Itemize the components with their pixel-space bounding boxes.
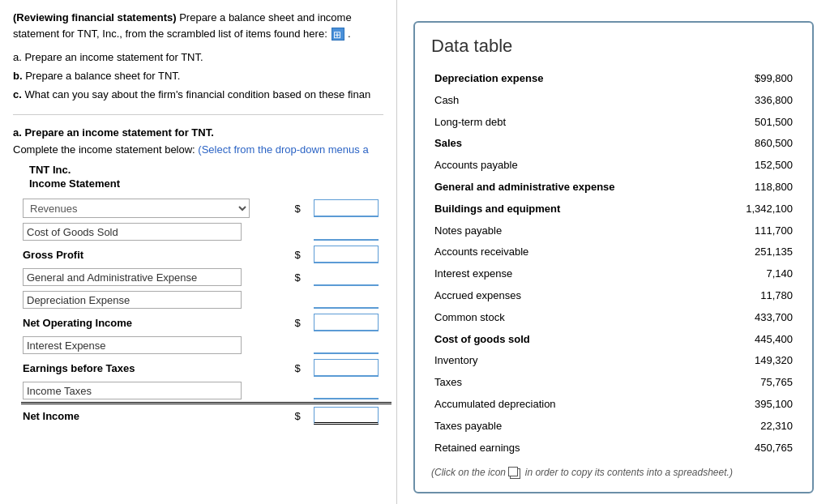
data-item-value: 450,765 — [715, 438, 796, 459]
ebt-input[interactable] — [314, 359, 379, 377]
data-table-row: Retained earnings450,765 — [431, 438, 796, 459]
ebt-label: Earnings before Taxes — [23, 362, 135, 374]
data-table-row: Accrued expenses11,780 — [431, 285, 796, 307]
net-income-input-cell — [312, 404, 391, 428]
data-item-value: 11,780 — [715, 285, 796, 307]
revenues-input-cell — [312, 196, 391, 220]
depreciation-dollar-empty — [293, 288, 312, 311]
main-container: (Reviewing financial statements) Prepare… — [0, 0, 830, 504]
instruction-text: Complete the income statement below: (Se… — [13, 143, 383, 156]
data-item-name: Cost of goods sold — [431, 329, 715, 351]
data-item-value: 501,500 — [715, 112, 796, 134]
net-operating-income-row: Net Operating Income $ — [21, 311, 391, 334]
data-table-row: Inventory149,320 — [431, 350, 796, 372]
data-item-value: 395,100 — [715, 394, 796, 416]
net-income-dollar: $ — [293, 404, 312, 428]
depreciation-value-input[interactable] — [314, 291, 379, 309]
cogs-input[interactable] — [23, 223, 242, 241]
data-item-name: Inventory — [431, 350, 715, 372]
data-item-value: 7,140 — [715, 263, 796, 285]
revenues-dropdown[interactable]: Revenues — [23, 199, 250, 218]
interest-dollar-empty — [293, 334, 312, 357]
statement-title: Income Statement — [29, 177, 383, 190]
depreciation-input[interactable] — [23, 291, 242, 309]
grid-icon[interactable] — [332, 28, 344, 41]
interest-value-cell — [312, 334, 391, 357]
cogs-label-cell — [21, 220, 293, 243]
revenues-input[interactable] — [314, 199, 379, 217]
data-table-row: Buildings and equipment1,342,100 — [431, 199, 796, 220]
noi-input[interactable] — [314, 314, 379, 331]
ebt-dollar: $ — [293, 357, 312, 379]
gross-profit-input-cell — [312, 243, 391, 266]
data-item-value: 22,310 — [715, 416, 796, 438]
data-item-name: Notes payable — [431, 220, 715, 242]
data-item-value: 118,800 — [715, 177, 796, 199]
ga-expense-value-input[interactable] — [314, 268, 379, 286]
data-item-name: Long-term debt — [431, 112, 715, 134]
data-item-name: Sales — [431, 133, 715, 155]
income-statement-table: Revenues $ — [21, 196, 391, 427]
data-table-title: Data table — [431, 36, 796, 57]
gross-profit-input[interactable] — [314, 246, 379, 263]
income-taxes-row — [21, 379, 391, 404]
data-item-name: Accounts payable — [431, 155, 715, 177]
data-item-value: 860,500 — [715, 133, 796, 155]
data-table-row: Common stock433,700 — [431, 307, 796, 329]
intro-text: (Reviewing financial statements) Prepare… — [13, 10, 383, 41]
data-table-row: Notes payable111,700 — [431, 220, 796, 242]
data-table-row: General and administrative expense118,80… — [431, 177, 796, 199]
noi-label: Net Operating Income — [23, 317, 132, 329]
period: . — [348, 28, 351, 40]
data-item-name: Accumulated depreciation — [431, 394, 715, 416]
left-panel: (Reviewing financial statements) Prepare… — [0, 0, 397, 504]
data-item-name: Common stock — [431, 307, 715, 329]
cogs-row — [21, 220, 391, 243]
depreciation-value-cell — [312, 288, 391, 311]
divider — [13, 114, 383, 115]
data-item-value: 1,342,100 — [715, 199, 796, 220]
cogs-value-input[interactable] — [314, 223, 379, 241]
ga-expense-input[interactable] — [23, 268, 242, 286]
earnings-before-taxes-row: Earnings before Taxes $ — [21, 357, 391, 379]
income-taxes-value-input[interactable] — [314, 382, 379, 399]
data-item-value: 149,320 — [715, 350, 796, 372]
ga-expense-value-cell — [312, 266, 391, 288]
dropdown-instruction-link[interactable]: (Select from the drop-down menus a — [198, 143, 368, 156]
interest-value-input[interactable] — [314, 336, 379, 354]
data-table-row: Accounts receivable251,135 — [431, 241, 796, 263]
noi-input-cell — [312, 311, 391, 334]
revenues-dollar: $ — [293, 196, 312, 220]
intro-bold: (Reviewing financial statements) — [13, 11, 177, 23]
income-taxes-input[interactable] — [23, 382, 242, 399]
gross-profit-label-cell: Gross Profit — [21, 243, 293, 266]
income-taxes-dollar-empty — [293, 379, 312, 404]
ebt-label-cell: Earnings before Taxes — [21, 357, 293, 379]
footer-mid: in order to copy its contents into a spr… — [525, 467, 733, 478]
data-item-value: 75,765 — [715, 372, 796, 394]
interest-input[interactable] — [23, 336, 242, 354]
noi-dollar: $ — [293, 311, 312, 334]
data-table-row: Cash336,800 — [431, 90, 796, 112]
cogs-value-cell — [312, 220, 391, 243]
net-income-row: Net Income $ — [21, 404, 391, 428]
ga-expense-row: $ — [21, 266, 391, 288]
revenues-row: Revenues $ — [21, 196, 391, 220]
copy-icon[interactable] — [510, 468, 520, 479]
data-table-container: Data table Depreciation expense$99,800Ca… — [413, 21, 814, 493]
net-income-label: Net Income — [23, 410, 79, 422]
depreciation-row — [21, 288, 391, 311]
sub-instructions: a. Prepare an income statement for TNT. … — [13, 49, 383, 103]
data-item-name: Retained earnings — [431, 438, 715, 459]
revenues-dropdown-cell: Revenues — [21, 196, 293, 220]
data-item-value: 445,400 — [715, 329, 796, 351]
data-table-row: Accounts payable152,500 — [431, 155, 796, 177]
data-table-row: Long-term debt501,500 — [431, 112, 796, 134]
net-income-label-cell: Net Income — [21, 404, 293, 428]
footer-text: (Click on the icon — [431, 467, 506, 478]
data-table-row: Accumulated depreciation395,100 — [431, 394, 796, 416]
data-table-footer: (Click on the icon in order to copy its … — [431, 467, 796, 478]
gross-profit-dollar: $ — [293, 243, 312, 266]
sub-a: a. Prepare an income statement for TNT. — [13, 49, 383, 66]
net-income-input[interactable] — [314, 407, 379, 425]
